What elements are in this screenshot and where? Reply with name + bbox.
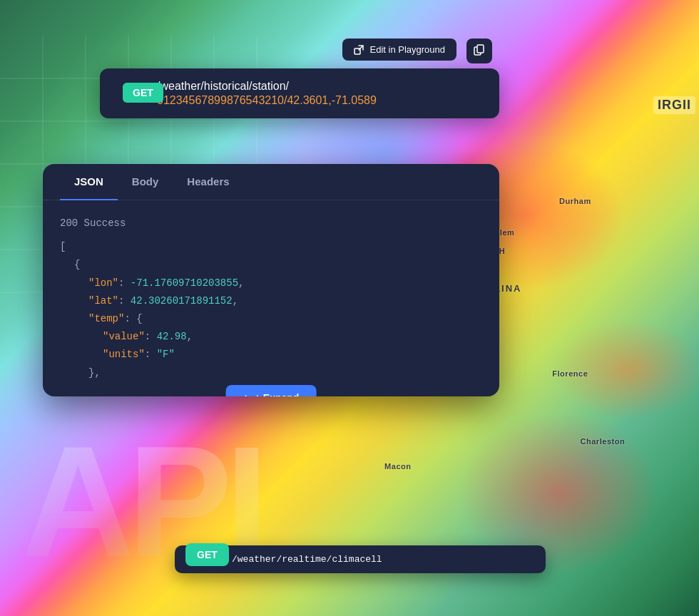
map-label-durham: Durham <box>559 197 591 205</box>
copy-icon <box>474 44 485 56</box>
tab-headers[interactable]: Headers <box>173 164 243 200</box>
map-label-charleston: Charleston <box>580 437 625 446</box>
get-badge-top: GET <box>123 83 163 103</box>
json-panel: JSON Body Headers 200 Success [ { "lon":… <box>43 164 499 396</box>
json-status: 200 Success <box>60 215 482 232</box>
tab-json[interactable]: JSON <box>60 164 118 200</box>
svg-rect-14 <box>477 45 484 53</box>
json-content: 200 Success [ { "lon": -71.1760971020385… <box>43 200 499 396</box>
get-badge-bottom: GET <box>185 543 229 566</box>
map-label-macon: Macon <box>384 462 412 471</box>
copy-button[interactable] <box>466 38 492 63</box>
json-line-units: "units": "F" <box>60 346 482 364</box>
url-path-top: /weather/historical/station/ <box>157 80 485 93</box>
expand-plus-icon: + <box>243 392 249 396</box>
json-line-lat: "lat": 42.30260171891152, <box>60 292 482 310</box>
expand-button[interactable]: + + Expand <box>226 385 317 396</box>
map-label-florence: Florence <box>552 369 588 378</box>
edit-playground-button[interactable]: Edit in Playground <box>342 38 456 61</box>
url-bar-bottom: /weather/realtime/climacell <box>175 545 546 573</box>
json-line-close-brace: }, <box>60 364 482 382</box>
json-line-value: "value": 42.98, <box>60 328 482 346</box>
url-params-top: 01234567899876543210/42.3601,-71.0589 <box>157 94 485 107</box>
json-tabs: JSON Body Headers <box>43 164 499 200</box>
json-line-1: [ <box>60 238 482 256</box>
irgi-label: IRGII <box>653 96 695 114</box>
json-line-temp: "temp": { <box>60 310 482 328</box>
tab-body[interactable]: Body <box>118 164 173 200</box>
json-line-2: { <box>60 256 482 274</box>
url-path-bottom: /weather/realtime/climacell <box>232 554 531 565</box>
json-line-lon: "lon": -71.17609710203855, <box>60 274 482 292</box>
external-link-icon <box>354 45 364 55</box>
